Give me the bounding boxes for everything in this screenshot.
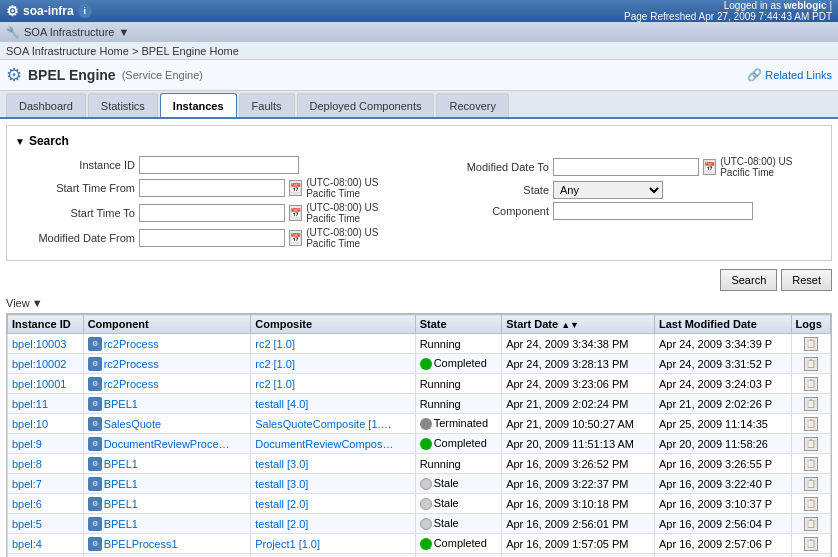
composite-link[interactable]: testall [2.0] xyxy=(255,498,308,510)
cell-logs: 📋 xyxy=(791,454,830,474)
instance-id-link[interactable]: bpel:10002 xyxy=(12,358,66,370)
composite-link[interactable]: rc2 [1.0] xyxy=(255,358,295,370)
instance-id-link[interactable]: bpel:10003 xyxy=(12,338,66,350)
start-time-to-calendar-icon[interactable]: 📅 xyxy=(289,205,302,221)
component-link[interactable]: rc2Process xyxy=(104,378,159,390)
start-time-from-calendar-icon[interactable]: 📅 xyxy=(289,180,302,196)
log-icon[interactable]: 📋 xyxy=(804,357,818,371)
cell-state: Terminated xyxy=(415,414,502,434)
log-icon[interactable]: 📋 xyxy=(804,437,818,451)
composite-link[interactable]: testall [3.0] xyxy=(255,478,308,490)
instance-id-link[interactable]: bpel:9 xyxy=(12,438,42,450)
component-icon: ⚙ xyxy=(88,377,102,391)
sub-app-name[interactable]: SOA Infrastructure xyxy=(24,26,114,38)
cell-component: ⚙ DocumentReviewProce… xyxy=(83,434,251,454)
cell-instance-id: bpel:4 xyxy=(8,534,84,554)
component-link[interactable]: DocumentReviewProce… xyxy=(104,438,230,450)
component-link[interactable]: BPEL1 xyxy=(104,498,138,510)
view-dropdown-icon: ▼ xyxy=(32,297,43,309)
tab-dashboard[interactable]: Dashboard xyxy=(6,93,86,117)
cell-instance-id: bpel:8 xyxy=(8,454,84,474)
cell-composite: testall [2.0] xyxy=(251,494,415,514)
cell-state: Stale xyxy=(415,514,502,534)
col-logs: Logs xyxy=(791,315,830,334)
component-link[interactable]: BPEL1 xyxy=(104,398,138,410)
cell-instance-id: bpel:10002 xyxy=(8,354,84,374)
composite-link[interactable]: SalesQuoteComposite [1.… xyxy=(255,418,391,430)
component-link[interactable]: SalesQuote xyxy=(104,418,161,430)
modified-date-from-calendar-icon[interactable]: 📅 xyxy=(289,230,302,246)
modified-date-to-input[interactable] xyxy=(553,158,699,176)
start-time-to-input[interactable] xyxy=(139,204,285,222)
component-link[interactable]: BPEL1 xyxy=(104,518,138,530)
start-time-to-label: Start Time To xyxy=(15,207,135,219)
table-row: bpel:11 ⚙ BPEL1 testall [4.0] Running Ap… xyxy=(8,394,831,414)
logged-in-label: Logged in as xyxy=(724,0,781,11)
instance-id-link[interactable]: bpel:7 xyxy=(12,478,42,490)
col-start-date[interactable]: Start Date ▲▼ xyxy=(502,315,655,334)
component-link[interactable]: rc2Process xyxy=(104,358,159,370)
modified-date-to-calendar-icon[interactable]: 📅 xyxy=(703,159,716,175)
instance-id-link[interactable]: bpel:10 xyxy=(12,418,48,430)
log-icon[interactable]: 📋 xyxy=(804,497,818,511)
composite-link[interactable]: testall [3.0] xyxy=(255,458,308,470)
composite-link[interactable]: testall [4.0] xyxy=(255,398,308,410)
component-link[interactable]: rc2Process xyxy=(104,338,159,350)
component-link[interactable]: BPEL1 xyxy=(104,458,138,470)
instance-id-link[interactable]: bpel:4 xyxy=(12,538,42,550)
component-input[interactable] xyxy=(553,202,753,220)
log-icon[interactable]: 📋 xyxy=(804,377,818,391)
log-icon[interactable]: 📋 xyxy=(804,477,818,491)
tab-recovery[interactable]: Recovery xyxy=(436,93,508,117)
instance-id-input[interactable] xyxy=(139,156,299,174)
tab-instances[interactable]: Instances xyxy=(160,93,237,117)
log-icon[interactable]: 📋 xyxy=(804,457,818,471)
log-icon[interactable]: 📋 xyxy=(804,517,818,531)
completed-icon xyxy=(420,358,432,370)
modified-date-from-input[interactable] xyxy=(139,229,285,247)
start-time-to-row: Start Time To 📅 (UTC-08:00) US Pacific T… xyxy=(15,202,409,224)
cell-last-modified: Apr 20, 2009 11:58:26 xyxy=(655,434,791,454)
tab-statistics[interactable]: Statistics xyxy=(88,93,158,117)
reset-button[interactable]: Reset xyxy=(781,269,832,291)
composite-link[interactable]: Project1 [1.0] xyxy=(255,538,320,550)
composite-link[interactable]: testall [2.0] xyxy=(255,518,308,530)
top-header: ⚙ soa-infra i Logged in as weblogic | Pa… xyxy=(0,0,838,22)
log-icon[interactable]: 📋 xyxy=(804,537,818,551)
cell-composite: testall [3.0] xyxy=(251,474,415,494)
state-select[interactable]: Any Running Completed Faulted Terminated… xyxy=(553,181,663,199)
instance-id-link[interactable]: bpel:6 xyxy=(12,498,42,510)
cell-composite: Project1 [1.0] xyxy=(251,534,415,554)
tab-deployed-components[interactable]: Deployed Components xyxy=(297,93,435,117)
log-icon[interactable]: 📋 xyxy=(804,397,818,411)
composite-link[interactable]: DocumentReviewCompos… xyxy=(255,438,393,450)
log-icon[interactable]: 📋 xyxy=(804,417,818,431)
page-title-bar: ⚙ BPEL Engine (Service Engine) 🔗 Related… xyxy=(0,60,838,91)
cell-start-date: Apr 21, 2009 2:02:24 PM xyxy=(502,394,655,414)
breadcrumb-path: SOA Infrastructure Home > BPEL Engine Ho… xyxy=(6,45,239,57)
cell-state: Running xyxy=(415,374,502,394)
modified-date-from-tz: (UTC-08:00) US Pacific Time xyxy=(306,227,409,249)
table-row: bpel:4 ⚙ BPELProcess1 Project1 [1.0] Com… xyxy=(8,534,831,554)
component-link[interactable]: BPEL1 xyxy=(104,478,138,490)
col-last-modified: Last Modified Date xyxy=(655,315,791,334)
instance-id-link[interactable]: bpel:8 xyxy=(12,458,42,470)
log-icon[interactable]: 📋 xyxy=(804,337,818,351)
info-icon[interactable]: i xyxy=(78,4,92,18)
tab-faults[interactable]: Faults xyxy=(239,93,295,117)
instance-id-link[interactable]: bpel:10001 xyxy=(12,378,66,390)
start-time-from-input[interactable] xyxy=(139,179,285,197)
related-links-button[interactable]: 🔗 Related Links xyxy=(747,68,832,82)
composite-link[interactable]: rc2 [1.0] xyxy=(255,338,295,350)
instance-id-link[interactable]: bpel:11 xyxy=(12,398,48,410)
view-dropdown-button[interactable]: View ▼ xyxy=(6,297,43,309)
instance-id-link[interactable]: bpel:5 xyxy=(12,518,42,530)
component-icon: ⚙ xyxy=(88,517,102,531)
modified-date-to-row: Modified Date To 📅 (UTC-08:00) US Pacifi… xyxy=(429,156,823,178)
search-button[interactable]: Search xyxy=(720,269,777,291)
composite-link[interactable]: rc2 [1.0] xyxy=(255,378,295,390)
cell-composite: testall [4.0] xyxy=(251,394,415,414)
component-link[interactable]: BPELProcess1 xyxy=(104,538,178,550)
component-cell: ⚙ DocumentReviewProce… xyxy=(88,437,230,451)
cell-logs: 📋 xyxy=(791,354,830,374)
